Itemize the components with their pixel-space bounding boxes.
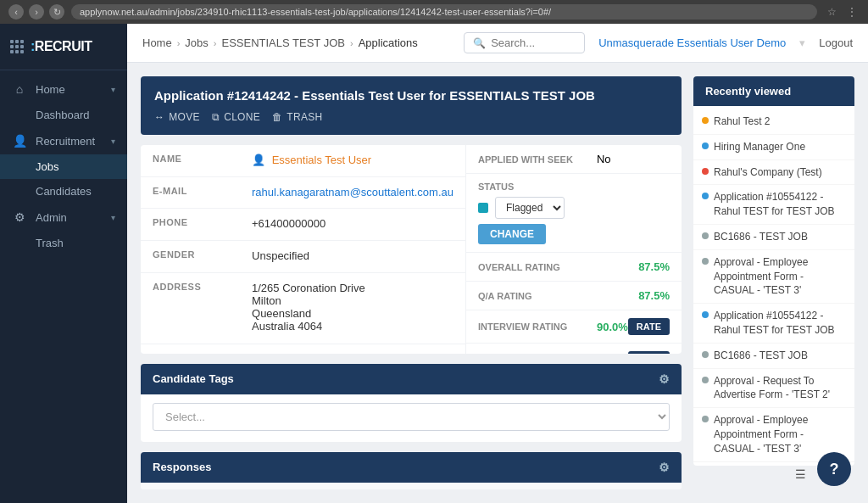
chevron-down-icon-3: ▾ (111, 213, 115, 222)
ratings-section: APPLIED WITH SEEK No STATUS Fla (466, 145, 682, 354)
sidebar-item-home[interactable]: ⌂ Home ▾ (0, 75, 127, 103)
interview-rating-row: INTERVIEW RATING 90.0% RATE (466, 310, 682, 344)
sidebar-item-admin-label: Admin (36, 211, 67, 224)
breadcrumb-test-job[interactable]: ESSENTIALS TEST JOB (222, 36, 345, 49)
top-nav-right: 🔍 Unmasquerade Essentials User Demo ▾ Lo… (464, 32, 853, 53)
top-nav: Home › Jobs › ESSENTIALS TEST JOB › Appl… (127, 24, 868, 63)
menu-icon[interactable]: ⋮ (844, 4, 860, 20)
chevron-down-icon: ▾ (111, 85, 115, 94)
logout-link[interactable]: Logout (819, 36, 853, 49)
recruitment-icon: 👤 (12, 134, 27, 148)
right-panel: Recently viewed Rahul Test 2Hiring Manag… (693, 76, 854, 489)
rate-button-1[interactable]: RATE (628, 318, 670, 335)
list-item[interactable]: BC1686 - TEST JOB (693, 225, 854, 250)
left-panel: Application #12414242 - Essentials Test … (141, 76, 682, 489)
trash-button[interactable]: 🗑 TRASH (272, 111, 322, 123)
list-item[interactable]: BC1686 - TEST JOB (693, 344, 854, 369)
home-icon: ⌂ (12, 82, 27, 96)
url-bar[interactable]: applynow.net.au/admin/jobs/234910-rhic11… (71, 4, 817, 20)
application-header-card: Application #12414242 - Essentials Test … (141, 76, 682, 135)
search-box[interactable]: 🔍 (464, 32, 585, 53)
breadcrumb-applications: Applications (359, 36, 418, 49)
responses-card: Responses ⚙ QUESTION / ANSWER (141, 452, 682, 489)
nav-section: ⌂ Home ▾ Dashboard 👤 Recruitment ▾ Jobs … (0, 70, 127, 260)
recently-viewed-list: Rahul Test 2Hiring Manager OneRahul's Co… (693, 106, 854, 466)
settings-icon[interactable]: ⚙ (659, 372, 670, 386)
app-container: :RECRUIT ⌂ Home ▾ Dashboard 👤 Recruitmen… (0, 24, 868, 503)
rv-dot-icon (702, 377, 709, 383)
user-link[interactable]: Unmasquerade Essentials User Demo (598, 36, 786, 49)
name-value: 👤 Essentials Test User (240, 145, 465, 176)
breadcrumb: Home › Jobs › ESSENTIALS TEST JOB › Appl… (142, 36, 418, 49)
star-icon[interactable]: ☆ (824, 4, 839, 20)
email-link[interactable]: rahul.kanagaratnam@scouttalent.com.au (252, 186, 453, 198)
qa-rating-row: Q/A RATING 87.5% (466, 282, 682, 310)
reload-button[interactable]: ↻ (49, 4, 64, 20)
back-button[interactable]: ‹ (8, 4, 24, 20)
logo-grid-icon (10, 40, 24, 53)
logo-text: :RECRUIT (31, 39, 92, 54)
help-label: ? (830, 461, 839, 478)
browser-nav: ‹ › ↻ (8, 4, 64, 20)
rv-dot-icon (702, 258, 709, 265)
application-title: Application #12414242 - Essentials Test … (154, 88, 668, 103)
rv-dot-icon (702, 168, 709, 175)
list-item[interactable]: Rahul's Company (Test) (693, 160, 854, 186)
nav-separator: ▾ (799, 36, 805, 49)
rv-dot-icon (702, 351, 709, 358)
sidebar-item-trash[interactable]: Trash (0, 231, 127, 255)
breadcrumb-sep-3: › (350, 38, 353, 48)
interview-rating-label: INTERVIEW RATING (478, 321, 597, 332)
breadcrumb-sep-2: › (214, 38, 217, 48)
name-link[interactable]: Essentials Test User (272, 154, 372, 166)
rate-button-2[interactable]: RATE (628, 351, 670, 354)
sidebar-item-recruitment[interactable]: 👤 Recruitment ▾ (0, 127, 127, 154)
sidebar-item-candidates-label: Candidates (36, 185, 92, 198)
trash-label: TRASH (287, 111, 322, 123)
search-input[interactable] (491, 36, 576, 49)
rv-dot-icon (702, 117, 709, 124)
trash-icon: 🗑 (272, 111, 282, 123)
clone-button[interactable]: ⧉ CLONE (212, 111, 260, 123)
forward-button[interactable]: › (29, 4, 44, 20)
settings-icon-2[interactable]: ⚙ (659, 461, 670, 474)
list-item[interactable]: Rahul Test 2 (693, 109, 854, 135)
applied-seek-row: APPLIED WITH SEEK No (466, 145, 682, 174)
main-content: Home › Jobs › ESSENTIALS TEST JOB › Appl… (127, 24, 868, 503)
address-line3: Queensland (252, 307, 453, 320)
list-item[interactable]: Application #10554122 - Rahul TEST for T… (693, 185, 854, 225)
gender-label: GENDER (141, 240, 240, 272)
status-select[interactable]: Flagged (495, 197, 565, 219)
email-value: rahul.kanagaratnam@scouttalent.com.au (240, 176, 465, 209)
sidebar-item-dashboard[interactable]: Dashboard (0, 103, 127, 127)
lodged-by-label: LODGED BY (141, 344, 240, 354)
sidebar-item-admin[interactable]: ⚙ Admin ▾ (0, 204, 127, 231)
sidebar-logo: :RECRUIT (0, 24, 127, 70)
help-button[interactable]: ? (817, 452, 851, 486)
hamburger-menu-button[interactable]: ☰ (788, 462, 812, 486)
address-line4: Australia 4064 (252, 320, 453, 333)
list-item[interactable]: Hiring Manager One (693, 135, 854, 160)
breadcrumb-jobs[interactable]: Jobs (185, 36, 208, 49)
content-area: Application #12414242 - Essentials Test … (127, 63, 868, 503)
sidebar-item-recruitment-label: Recruitment (36, 135, 95, 148)
rv-item-text: Approval - Employee Appointment Form - C… (714, 255, 846, 298)
phone-label: PHONE (141, 209, 240, 241)
move-icon: ↔ (154, 111, 164, 123)
right-fields-cell: APPLIED WITH SEEK No STATUS Fla (465, 145, 682, 354)
list-item[interactable]: Approval - Employee Appointment Form - C… (693, 250, 854, 304)
rv-item-text: Application #10554122 - Rahul TEST for T… (714, 309, 846, 338)
rv-item-text: Rahul's Company (Test) (714, 165, 822, 180)
tags-select[interactable]: Select... (153, 403, 670, 431)
sidebar-item-candidates[interactable]: Candidates (0, 179, 127, 204)
breadcrumb-home[interactable]: Home (142, 36, 172, 49)
address-line2: Milton (252, 294, 453, 307)
move-button[interactable]: ↔ MOVE (154, 111, 200, 123)
change-button[interactable]: CHANGE (478, 224, 546, 244)
sidebar-item-jobs[interactable]: Jobs (0, 154, 127, 179)
clone-icon: ⧉ (212, 111, 220, 123)
candidate-tags-card: Candidate Tags ⚙ Select... UPDATE TAGS (141, 364, 682, 442)
overall-rating-value: 87.5% (638, 260, 670, 273)
list-item[interactable]: Approval - Request To Advertise Form - '… (693, 369, 854, 409)
list-item[interactable]: Application #10554122 - Rahul TEST for T… (693, 304, 854, 344)
